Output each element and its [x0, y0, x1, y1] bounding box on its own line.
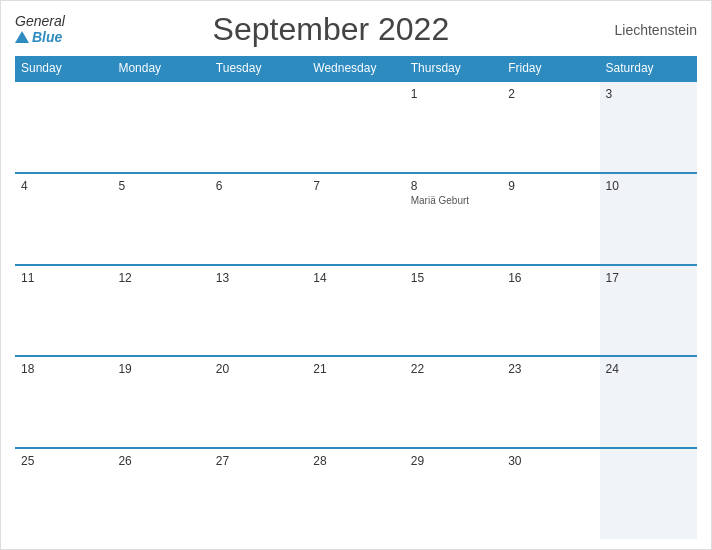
week-row: 11121314151617 [15, 264, 697, 356]
day-cell: 10 [600, 174, 697, 264]
day-header-tuesday: Tuesday [210, 56, 307, 80]
day-number: 20 [216, 362, 301, 376]
day-number: 25 [21, 454, 106, 468]
day-cell [112, 82, 209, 172]
day-cell: 18 [15, 357, 112, 447]
day-number: 9 [508, 179, 593, 193]
day-number: 14 [313, 271, 398, 285]
day-number: 27 [216, 454, 301, 468]
day-cell: 17 [600, 266, 697, 356]
logo-blue-area: Blue [15, 30, 62, 45]
day-cell [210, 82, 307, 172]
day-cell: 4 [15, 174, 112, 264]
day-cell: 13 [210, 266, 307, 356]
day-cell: 20 [210, 357, 307, 447]
day-number: 7 [313, 179, 398, 193]
day-cell: 24 [600, 357, 697, 447]
day-header-sunday: Sunday [15, 56, 112, 80]
week-row: 18192021222324 [15, 355, 697, 447]
day-cell: 14 [307, 266, 404, 356]
day-cell: 11 [15, 266, 112, 356]
day-header-saturday: Saturday [600, 56, 697, 80]
day-cell: 5 [112, 174, 209, 264]
day-number: 22 [411, 362, 496, 376]
day-cell: 2 [502, 82, 599, 172]
day-number: 12 [118, 271, 203, 285]
day-cell: 21 [307, 357, 404, 447]
day-number: 17 [606, 271, 691, 285]
day-header-monday: Monday [112, 56, 209, 80]
week-row: 123 [15, 80, 697, 172]
day-number: 24 [606, 362, 691, 376]
day-number: 4 [21, 179, 106, 193]
weeks-container: 12345678Mariä Geburt91011121314151617181… [15, 80, 697, 539]
day-cell [307, 82, 404, 172]
day-cell: 7 [307, 174, 404, 264]
week-row: 45678Mariä Geburt910 [15, 172, 697, 264]
day-cell: 29 [405, 449, 502, 539]
day-cell: 30 [502, 449, 599, 539]
day-event: Mariä Geburt [411, 195, 496, 206]
day-number: 11 [21, 271, 106, 285]
day-number: 5 [118, 179, 203, 193]
day-number: 8 [411, 179, 496, 193]
day-number: 10 [606, 179, 691, 193]
day-header-wednesday: Wednesday [307, 56, 404, 80]
calendar-wrapper: General Blue September 2022 Liechtenstei… [0, 0, 712, 550]
week-row: 252627282930 [15, 447, 697, 539]
day-cell: 3 [600, 82, 697, 172]
day-cell: 19 [112, 357, 209, 447]
day-cell [600, 449, 697, 539]
day-headers: SundayMondayTuesdayWednesdayThursdayFrid… [15, 56, 697, 80]
day-cell [15, 82, 112, 172]
day-cell: 26 [112, 449, 209, 539]
day-number: 2 [508, 87, 593, 101]
logo-area: General Blue [15, 14, 65, 45]
calendar-header: General Blue September 2022 Liechtenstei… [15, 11, 697, 48]
logo-blue-text: Blue [32, 30, 62, 45]
day-cell: 6 [210, 174, 307, 264]
day-cell: 16 [502, 266, 599, 356]
day-header-thursday: Thursday [405, 56, 502, 80]
day-header-friday: Friday [502, 56, 599, 80]
logo-triangle-icon [15, 31, 29, 43]
day-number: 15 [411, 271, 496, 285]
day-cell: 25 [15, 449, 112, 539]
day-number: 3 [606, 87, 691, 101]
country-name: Liechtenstein [597, 22, 697, 38]
day-cell: 27 [210, 449, 307, 539]
day-cell: 22 [405, 357, 502, 447]
day-number: 26 [118, 454, 203, 468]
day-cell: 28 [307, 449, 404, 539]
day-number: 16 [508, 271, 593, 285]
day-cell: 23 [502, 357, 599, 447]
day-cell: 9 [502, 174, 599, 264]
calendar-title: September 2022 [65, 11, 597, 48]
logo-general-text: General [15, 14, 65, 29]
day-number: 21 [313, 362, 398, 376]
day-number: 18 [21, 362, 106, 376]
day-number: 19 [118, 362, 203, 376]
day-number: 29 [411, 454, 496, 468]
day-number: 1 [411, 87, 496, 101]
day-number: 6 [216, 179, 301, 193]
day-cell: 8Mariä Geburt [405, 174, 502, 264]
calendar-grid: SundayMondayTuesdayWednesdayThursdayFrid… [15, 56, 697, 539]
day-number: 30 [508, 454, 593, 468]
day-cell: 15 [405, 266, 502, 356]
day-cell: 12 [112, 266, 209, 356]
day-cell: 1 [405, 82, 502, 172]
day-number: 13 [216, 271, 301, 285]
day-number: 28 [313, 454, 398, 468]
day-number: 23 [508, 362, 593, 376]
